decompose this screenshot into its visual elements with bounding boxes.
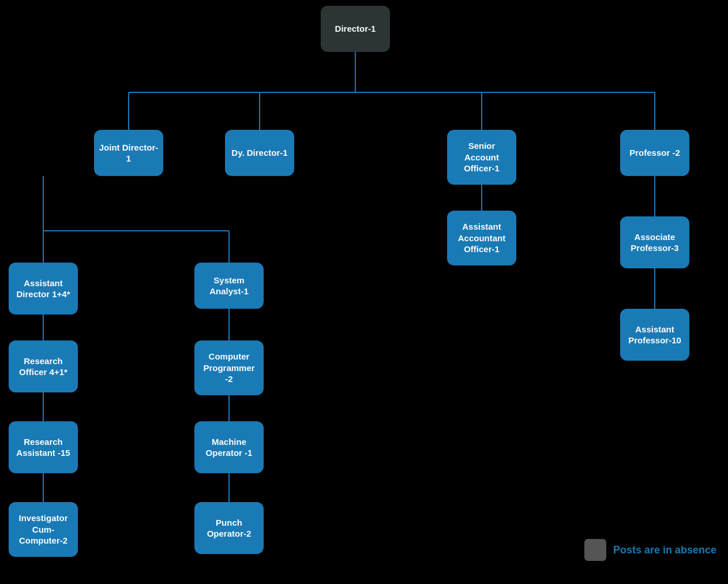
node-machine-operator: Machine Operator -1 <box>194 421 264 473</box>
node-dy-director: Dy. Director-1 <box>225 130 294 176</box>
connector-lines <box>0 0 728 584</box>
node-senior-account-officer: Senior Account Officer-1 <box>447 130 516 185</box>
node-joint-director: Joint Director-1 <box>94 130 163 176</box>
node-system-analyst: System Analyst-1 <box>194 263 264 309</box>
node-associate-professor: Associate Professor-3 <box>620 216 689 268</box>
node-assistant-accountant: Assistant Accountant Officer-1 <box>447 211 516 265</box>
node-research-assistant: Research Assistant -15 <box>9 421 78 473</box>
org-chart: Posts are in absence Director-1Joint Dir… <box>0 0 728 584</box>
node-director: Director-1 <box>321 6 390 52</box>
node-professor: Professor -2 <box>620 130 689 176</box>
node-assistant-director: Assistant Director 1+4* <box>9 263 78 315</box>
node-computer-programmer: Computer Programmer -2 <box>194 340 264 395</box>
node-punch-operator: Punch Operator-2 <box>194 502 264 554</box>
node-research-officer: Research Officer 4+1* <box>9 340 78 392</box>
node-investigator: Investigator Cum-Computer-2 <box>9 502 78 557</box>
node-assistant-professor: Assistant Professor-10 <box>620 309 689 361</box>
